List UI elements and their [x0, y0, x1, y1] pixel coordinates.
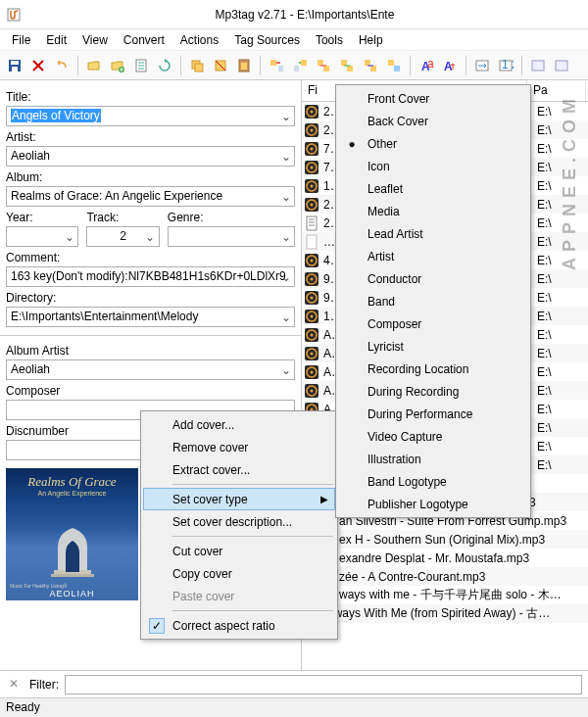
svg-point-61	[311, 296, 314, 299]
menu-item[interactable]: Lead Artist	[338, 222, 528, 245]
directory-input[interactable]: E:\Importants\Entertainment\Melody	[6, 307, 295, 327]
tag-action2-icon[interactable]	[336, 55, 358, 76]
folder-add-icon[interactable]	[107, 55, 128, 76]
track-input[interactable]: 2	[86, 226, 159, 247]
menu-item[interactable]: Recording Location	[338, 358, 528, 380]
menu-item-label: Illustration	[368, 453, 421, 466]
menu-edit[interactable]: Edit	[38, 31, 74, 49]
table-row[interactable]: exandre Desplat - Mr. Moustafa.mp3	[302, 549, 588, 567]
menu-item[interactable]: ●Other	[338, 132, 528, 155]
tag-action-icon[interactable]	[313, 55, 334, 76]
comment-input[interactable]: 163 key(Don't modify):Nl7KBB481H1s6KDr+0…	[6, 266, 295, 287]
menu-item[interactable]: Back Cover	[338, 110, 528, 132]
menu-file[interactable]: File	[4, 31, 38, 49]
genre-input[interactable]	[168, 226, 295, 247]
table-row[interactable]: ex H - Southern Sun (Original Mix).mp3	[302, 530, 588, 549]
menu-item-label: Recording Location	[368, 362, 468, 376]
menu-item[interactable]: Conductor	[338, 267, 528, 290]
menu-item[interactable]: Set cover type▶	[143, 488, 335, 510]
menu-item[interactable]: Illustration	[338, 448, 528, 470]
menu-item[interactable]: Add cover...	[143, 413, 335, 436]
menu-actions[interactable]: Actions	[172, 31, 226, 49]
file-name: exandre Desplat - Mr. Moustafa.mp3	[339, 551, 586, 565]
check-icon: ✓	[149, 618, 165, 634]
file-to-tag-icon[interactable]	[289, 55, 311, 76]
menu-tools[interactable]: Tools	[308, 31, 351, 49]
artist-input[interactable]: Aeoliah	[6, 146, 295, 167]
menu-item[interactable]: During Performance	[338, 403, 528, 425]
menu-item-label: Add cover...	[172, 418, 234, 432]
paste-tag-icon[interactable]	[233, 55, 255, 76]
tools-icon[interactable]	[527, 55, 549, 76]
number-icon[interactable]	[471, 55, 493, 76]
menu-item[interactable]: Copy cover	[143, 562, 335, 585]
toolbar-separator	[466, 56, 466, 75]
svg-text:a: a	[427, 58, 434, 71]
table-row[interactable]: zée - A Contre-Courant.mp3	[302, 567, 588, 586]
tag-action3-icon[interactable]	[360, 55, 381, 76]
file-path: E:\	[537, 291, 586, 305]
menu-item[interactable]: Band Logotype	[338, 470, 528, 493]
table-row[interactable]: Always With Me (from Spirited Away) - 古…	[302, 604, 588, 623]
filter-input[interactable]	[65, 675, 582, 694]
menu-item[interactable]: Extract cover...	[143, 458, 335, 481]
svg-point-64	[311, 314, 314, 317]
album-input[interactable]: Realms of Grace: An Angelic Experience	[6, 186, 295, 207]
track-label: Track:	[86, 211, 159, 224]
svg-rect-29	[532, 61, 544, 71]
title-input[interactable]: Angels of Victory	[6, 106, 295, 126]
menu-tag-sources[interactable]: Tag Sources	[226, 31, 308, 49]
menu-view[interactable]: View	[74, 31, 116, 49]
year-input[interactable]	[6, 226, 78, 247]
delete-icon[interactable]	[27, 55, 49, 76]
case-icon[interactable]: A	[439, 55, 461, 76]
folder-open-icon[interactable]	[83, 55, 105, 76]
help-icon[interactable]	[551, 55, 572, 76]
menu-item-label: Remove cover	[172, 441, 248, 454]
clear-filter-icon[interactable]: ✕	[6, 677, 22, 693]
menu-item[interactable]: Composer	[338, 312, 528, 335]
playlist-icon[interactable]	[130, 55, 152, 76]
tag-to-file-icon[interactable]	[266, 55, 287, 76]
album-label: Album:	[6, 170, 295, 184]
column-path[interactable]: Pa	[527, 80, 586, 101]
cut-tag-icon[interactable]	[210, 55, 231, 76]
actions-icon[interactable]: Aa	[416, 55, 437, 76]
menu-item[interactable]: Leaflet	[338, 177, 528, 200]
file-path: E:\	[537, 235, 586, 249]
svg-rect-13	[294, 66, 299, 72]
refresh-icon[interactable]	[154, 55, 175, 76]
menu-item[interactable]: Media	[338, 200, 528, 222]
table-row[interactable]: ways with me - 千与千寻片尾曲 solo - 木…	[302, 586, 588, 604]
svg-text:1 2: 1 2	[502, 58, 514, 72]
menu-item[interactable]: Cut cover	[143, 540, 335, 562]
save-icon[interactable]	[4, 55, 25, 76]
menu-item[interactable]: Front Cover	[338, 87, 528, 110]
radio-icon: ●	[344, 136, 360, 152]
cover-art[interactable]: Realms Of Grace An Angelic Experience AE…	[6, 468, 138, 600]
file-icon	[304, 346, 319, 361]
menu-item[interactable]: During Recording	[338, 380, 528, 403]
menu-item[interactable]: Set cover description...	[143, 510, 335, 533]
copy-tag-icon[interactable]	[186, 55, 208, 76]
autonumber-icon[interactable]: 1 2	[495, 55, 516, 76]
svg-point-58	[311, 277, 314, 280]
menu-item-label: During Performance	[368, 407, 472, 421]
tag-action4-icon[interactable]	[383, 55, 405, 76]
menu-help[interactable]: Help	[351, 31, 391, 49]
menu-convert[interactable]: Convert	[116, 31, 172, 49]
menu-item[interactable]: Paste cover	[143, 585, 335, 607]
menu-item[interactable]: Artist	[338, 245, 528, 267]
undo-icon[interactable]	[51, 55, 73, 76]
file-icon	[304, 160, 319, 175]
menu-item[interactable]: Remove cover	[143, 436, 335, 458]
menu-item[interactable]: Video Capture	[338, 425, 528, 448]
menu-item[interactable]: Publisher Logotype	[338, 493, 528, 515]
menu-item[interactable]: Icon	[338, 155, 528, 177]
albumartist-input[interactable]: Aeoliah	[6, 359, 295, 380]
menu-item[interactable]: Lyricist	[338, 335, 528, 358]
svg-rect-20	[370, 66, 376, 72]
menu-item[interactable]: Band	[338, 290, 528, 312]
svg-point-55	[311, 259, 314, 262]
menu-item[interactable]: ✓Correct aspect ratio	[143, 614, 335, 637]
